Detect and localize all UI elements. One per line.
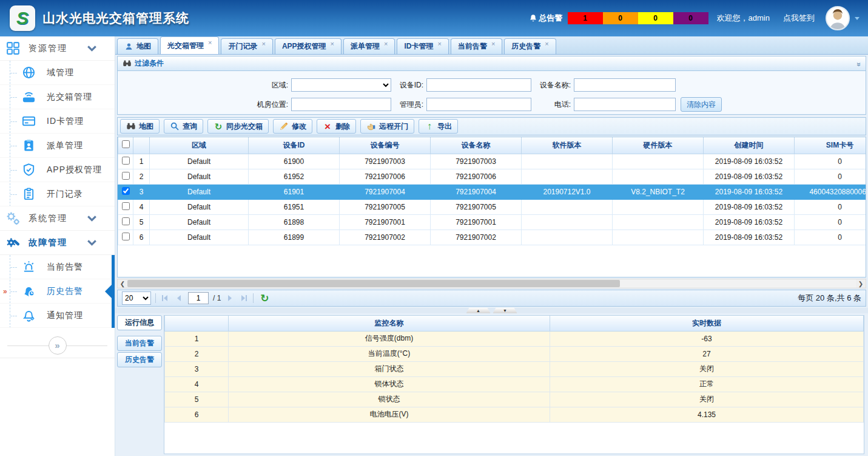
sidebar-group-故障管理[interactable]: 故障管理 bbox=[0, 231, 115, 255]
tab-派单管理[interactable]: 派单管理× bbox=[343, 38, 395, 54]
sidebar-item-历史告警[interactable]: »历史告警 bbox=[0, 279, 112, 304]
detail-tab-当前告警[interactable]: 当前告警 bbox=[117, 336, 162, 351]
last-page-button[interactable] bbox=[239, 293, 249, 303]
splitter-up-button[interactable]: ▲ bbox=[466, 308, 491, 313]
filter-input-管理员[interactable] bbox=[426, 98, 531, 111]
table-row[interactable]: 2Default61952792190700679219070062019-08… bbox=[118, 169, 867, 184]
alarm-count-box[interactable]: 0 bbox=[603, 12, 638, 24]
select-all-checkbox[interactable] bbox=[122, 140, 130, 148]
tab-当前告警[interactable]: 当前告警× bbox=[451, 38, 502, 54]
filter-input-设备ID[interactable] bbox=[426, 78, 531, 92]
detail-tab-运行信息[interactable]: 运行信息 bbox=[117, 315, 162, 330]
table-row[interactable]: 5Default61898792190700179219070012019-08… bbox=[118, 214, 867, 230]
toolbar-button-label: 删除 bbox=[335, 121, 350, 132]
row-checkbox[interactable] bbox=[122, 217, 130, 225]
avatar[interactable] bbox=[826, 6, 850, 30]
grid-cell: 7921907003 bbox=[340, 154, 431, 169]
sidebar-item-光交箱管理[interactable]: »光交箱管理 bbox=[0, 85, 115, 109]
grid-cell: 61900 bbox=[249, 154, 340, 169]
table-row[interactable]: 1Default61900792190700379219070032019-08… bbox=[118, 154, 867, 169]
scroll-right-arrow[interactable]: ❯ bbox=[856, 279, 866, 288]
scroll-left-arrow[interactable]: ❮ bbox=[118, 279, 127, 288]
idcard-icon bbox=[22, 114, 36, 128]
pencil-icon bbox=[279, 121, 289, 131]
sidebar-item-ID卡管理[interactable]: »ID卡管理 bbox=[0, 109, 115, 134]
toolbar-button-删除[interactable]: ×删除 bbox=[317, 119, 356, 134]
next-page-button[interactable] bbox=[225, 293, 235, 303]
monitor-row[interactable]: 5锁状态关闭 bbox=[165, 392, 864, 407]
grid-header-rownum bbox=[133, 137, 150, 154]
splitter-down-button[interactable]: ▼ bbox=[493, 308, 517, 313]
row-checkbox[interactable] bbox=[122, 157, 130, 165]
chevron-down-icon[interactable] bbox=[853, 15, 861, 22]
tab-APP授权管理[interactable]: APP授权管理× bbox=[275, 38, 341, 54]
sidebar-item-APP授权管理[interactable]: »APP授权管理 bbox=[0, 158, 115, 182]
sidebar-item-当前告警[interactable]: »当前告警 bbox=[0, 255, 112, 279]
row-checkbox[interactable] bbox=[122, 187, 130, 195]
sidebar-group-系统管理[interactable]: 系统管理 bbox=[0, 206, 115, 231]
page-number-input[interactable] bbox=[188, 292, 209, 304]
alarm-count-box[interactable]: 1 bbox=[568, 12, 603, 24]
tab-close-icon[interactable]: × bbox=[261, 40, 265, 47]
page-size-select[interactable]: 20 bbox=[122, 291, 151, 305]
monitor-row[interactable]: 1信号强度(dbm)-63 bbox=[165, 331, 864, 346]
tab-close-icon[interactable]: × bbox=[437, 40, 441, 47]
monitor-column-header: 监控名称 bbox=[229, 316, 550, 331]
tab-close-icon[interactable]: × bbox=[491, 40, 495, 47]
refresh-icon[interactable]: ↻ bbox=[260, 292, 269, 305]
page-title: 山水光电光交箱管理系统 bbox=[42, 10, 189, 27]
tab-光交箱管理[interactable]: 光交箱管理× bbox=[160, 36, 219, 54]
row-checkbox[interactable] bbox=[122, 202, 130, 210]
table-row[interactable]: 3Default61901792190700479219070042019071… bbox=[118, 184, 867, 199]
sidebar-item-派单管理[interactable]: »派单管理 bbox=[0, 134, 115, 158]
sidebar-collapse-button[interactable]: » bbox=[49, 336, 67, 355]
clear-content-button[interactable]: 清除内容 bbox=[681, 97, 722, 112]
monitor-row[interactable]: 2当前温度(°C)27 bbox=[165, 346, 864, 361]
filter-input-机房位置[interactable] bbox=[291, 98, 391, 111]
gears-icon bbox=[5, 211, 21, 226]
tab-close-icon[interactable]: × bbox=[208, 39, 212, 46]
sidebar-item-通知管理[interactable]: »通知管理 bbox=[0, 304, 112, 328]
prev-page-button[interactable] bbox=[174, 293, 184, 303]
filter-input-电话[interactable] bbox=[574, 98, 676, 111]
tab-历史告警[interactable]: 历史告警× bbox=[504, 38, 556, 54]
signin-link[interactable]: 点我签到 bbox=[783, 13, 815, 24]
panel-splitter[interactable]: ▲ ▼ bbox=[115, 308, 868, 313]
detail-tab-历史告警[interactable]: 历史告警 bbox=[117, 352, 162, 367]
monitor-row[interactable]: 4锁体状态正常 bbox=[165, 376, 864, 392]
row-checkbox[interactable] bbox=[122, 233, 130, 240]
fault-gear-icon bbox=[5, 235, 21, 250]
alarm-count-box[interactable]: 0 bbox=[638, 12, 673, 24]
row-checkbox[interactable] bbox=[122, 172, 130, 180]
toolbar-button-修改[interactable]: 修改 bbox=[273, 119, 312, 134]
horizontal-scrollbar[interactable]: ❮ ❯ bbox=[117, 279, 866, 288]
tab-close-icon[interactable]: × bbox=[384, 40, 388, 47]
table-row[interactable]: 6Default61899792190700279219070022019-08… bbox=[118, 230, 867, 245]
toolbar-button-远程开门[interactable]: 远程开门 bbox=[360, 119, 414, 134]
toolbar-button-查询[interactable]: 查询 bbox=[164, 119, 203, 134]
scrollbar-thumb[interactable] bbox=[127, 280, 620, 287]
table-row[interactable]: 4Default61951792190700579219070052019-08… bbox=[118, 199, 867, 214]
sidebar-item-开门记录[interactable]: »开门记录 bbox=[0, 182, 115, 206]
sidebar-group-资源管理[interactable]: 资源管理 bbox=[0, 36, 115, 61]
tab-close-icon[interactable]: × bbox=[331, 40, 334, 47]
row-checkbox-cell bbox=[118, 230, 133, 245]
collapse-panel-icon[interactable]: » bbox=[855, 62, 864, 65]
toolbar-button-地图[interactable]: 地图 bbox=[120, 119, 160, 134]
scrollbar-track[interactable] bbox=[620, 279, 856, 288]
alarm-count-box[interactable]: 0 bbox=[673, 12, 708, 24]
filter-region-select[interactable] bbox=[291, 78, 391, 92]
row-number-cell: 2 bbox=[133, 169, 150, 184]
monitor-row[interactable]: 6电池电压(V)4.135 bbox=[165, 407, 864, 422]
tab-地图[interactable]: 地图 bbox=[117, 38, 158, 54]
toolbar-button-同步光交箱[interactable]: ↻同步光交箱 bbox=[207, 119, 269, 134]
tab-close-icon[interactable]: × bbox=[545, 40, 548, 47]
first-page-button[interactable] bbox=[160, 293, 170, 303]
tab-ID卡管理[interactable]: ID卡管理× bbox=[397, 38, 448, 54]
tab-开门记录[interactable]: 开门记录× bbox=[221, 38, 272, 54]
sidebar-item-域管理[interactable]: »域管理 bbox=[0, 61, 115, 85]
toolbar-button-导出[interactable]: ↑导出 bbox=[419, 119, 458, 134]
monitor-row[interactable]: 3箱门状态关闭 bbox=[165, 361, 864, 376]
filter-input-设备名称[interactable] bbox=[574, 78, 676, 92]
grid-cell bbox=[522, 230, 613, 245]
